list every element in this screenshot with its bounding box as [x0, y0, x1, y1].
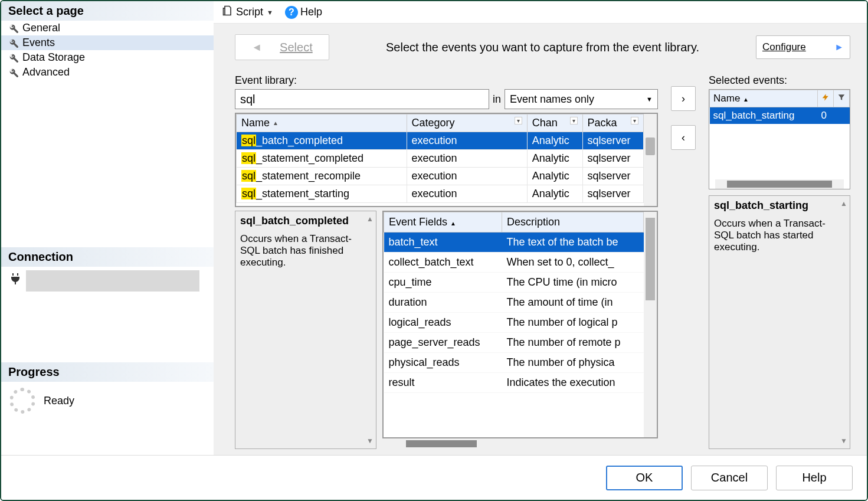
- progress-status: Ready: [44, 395, 74, 407]
- field-row[interactable]: physical_readsThe number of physica: [384, 353, 644, 373]
- event-fields-grid[interactable]: Event Fields ▲ Description batch_textThe…: [382, 211, 658, 438]
- content-toolbar: Script ▼ ? Help: [214, 1, 867, 24]
- script-icon: [222, 5, 234, 19]
- col-channel[interactable]: Chan▾: [527, 114, 582, 132]
- fields-hscrollbar[interactable]: [388, 438, 652, 449]
- instruction-text: Select the events you want to capture fr…: [341, 41, 744, 54]
- sel-desc-title: sql_batch_starting: [714, 199, 845, 212]
- filter-mode-combo[interactable]: Event names only ▼: [505, 89, 658, 109]
- help-button[interactable]: Help: [776, 466, 853, 490]
- wrench-icon: [8, 67, 19, 78]
- field-row[interactable]: page_server_readsThe number of remote p: [384, 333, 644, 353]
- progress-header: Progress: [1, 362, 214, 382]
- fields-vscrollbar[interactable]: [644, 212, 657, 437]
- cancel-button[interactable]: Cancel: [691, 466, 768, 490]
- field-row[interactable]: resultIndicates the execution: [384, 373, 644, 393]
- plug-icon: [8, 271, 22, 288]
- sel-hscrollbar[interactable]: [715, 179, 844, 189]
- col-event-fields[interactable]: Event Fields ▲: [384, 212, 502, 233]
- in-label: in: [493, 93, 501, 106]
- library-row[interactable]: sql_statement_startingexecutionAnalytics…: [237, 185, 644, 203]
- sel-col-filter[interactable]: [834, 90, 850, 107]
- library-row[interactable]: sql_statement_completedexecutionAnalytic…: [237, 150, 644, 168]
- sort-asc-icon: ▲: [273, 120, 279, 126]
- col-name[interactable]: Name ▲: [237, 114, 407, 132]
- sort-asc-icon: ▲: [450, 220, 456, 227]
- wrench-icon: [8, 53, 19, 63]
- chevron-down-icon: ▼: [646, 96, 653, 103]
- col-category[interactable]: Category▾: [407, 114, 527, 132]
- back-select-button[interactable]: ◄ Select: [235, 34, 329, 60]
- progress-spinner-icon: [9, 388, 35, 414]
- chevron-down-icon: ▼: [267, 9, 273, 16]
- sidebar-item-label: General: [22, 22, 60, 34]
- col-package[interactable]: Packa▾: [582, 114, 643, 132]
- sel-col-lightning[interactable]: [818, 90, 834, 107]
- selected-event-description-panel: ▲ sql_batch_starting Occurs when a Trans…: [709, 195, 850, 449]
- configure-button[interactable]: Configure ►: [756, 35, 850, 59]
- grid-vscrollbar[interactable]: [644, 114, 657, 206]
- col-description[interactable]: Description: [502, 212, 644, 233]
- dialog-button-bar: OK Cancel Help: [1, 455, 867, 500]
- content-area: Script ▼ ? Help ◄ Select Select the even…: [214, 1, 867, 455]
- scroll-down-icon[interactable]: ▼: [840, 437, 847, 445]
- script-button[interactable]: Script ▼: [218, 4, 277, 21]
- chevron-down-icon[interactable]: ▾: [515, 117, 522, 125]
- sidebar-item-label: Advanced: [22, 66, 70, 78]
- sidebar-item-advanced[interactable]: Advanced: [1, 65, 214, 80]
- configure-label: Configure: [762, 41, 806, 53]
- field-row[interactable]: batch_textThe text of the batch be: [384, 233, 644, 253]
- library-row[interactable]: sql_batch_completedexecutionAnalyticsqls…: [237, 132, 644, 150]
- scroll-down-icon[interactable]: ▼: [366, 437, 374, 445]
- sidebar-item-data-storage[interactable]: Data Storage: [1, 50, 214, 65]
- field-row[interactable]: durationThe amount of time (in: [384, 293, 644, 313]
- event-desc-text: Occurs when a Transact-SQL batch has fin…: [240, 233, 371, 268]
- event-desc-title: sql_batch_completed: [240, 215, 371, 227]
- sidebar-item-label: Events: [22, 37, 55, 49]
- help-button[interactable]: ? Help: [281, 5, 326, 20]
- sidebar-header: Select a page: [1, 1, 214, 21]
- selected-events-grid[interactable]: Name ▲ sql_batch_starting0: [709, 89, 850, 189]
- event-library-grid[interactable]: Name ▲ Category▾ Chan▾ Packa▾ sql_batch_…: [235, 113, 658, 207]
- connection-header: Connection: [1, 247, 214, 267]
- lightning-icon: [821, 93, 830, 104]
- selected-row[interactable]: sql_batch_starting0: [710, 107, 850, 125]
- sel-col-name[interactable]: Name ▲: [710, 90, 818, 107]
- sidebar-item-label: Data Storage: [22, 51, 85, 64]
- library-row[interactable]: sql_statement_recompileexecutionAnalytic…: [237, 168, 644, 185]
- sidebar: Select a page GeneralEventsData StorageA…: [1, 1, 214, 455]
- chevron-right-icon: ►: [834, 42, 844, 53]
- chevron-down-icon[interactable]: ▾: [631, 117, 638, 125]
- scroll-up-icon[interactable]: ▲: [840, 199, 847, 208]
- sel-desc-text: Occurs when a Transact-SQL batch has sta…: [714, 218, 845, 253]
- field-row[interactable]: collect_batch_textWhen set to 0, collect…: [384, 253, 644, 273]
- ok-button[interactable]: OK: [606, 466, 683, 490]
- event-description-panel: ▲ sql_batch_completed Occurs when a Tran…: [235, 211, 376, 449]
- back-select-label: Select: [280, 41, 313, 54]
- event-library-label: Event library:: [235, 74, 658, 87]
- field-row[interactable]: logical_readsThe number of logical p: [384, 313, 644, 333]
- remove-event-button[interactable]: ‹: [671, 125, 696, 150]
- help-label: Help: [300, 6, 322, 18]
- add-event-button[interactable]: ›: [671, 86, 696, 111]
- sidebar-item-general[interactable]: General: [1, 21, 214, 35]
- chevron-left-icon: ◄: [251, 41, 262, 54]
- chevron-down-icon[interactable]: ▾: [570, 117, 578, 125]
- chevron-right-icon: ›: [682, 93, 685, 105]
- help-icon: ?: [285, 6, 298, 19]
- field-row[interactable]: cpu_timeThe CPU time (in micro: [384, 273, 644, 293]
- sidebar-item-events[interactable]: Events: [1, 35, 214, 50]
- event-library-search-input[interactable]: [235, 89, 489, 109]
- script-label: Script: [236, 6, 263, 18]
- wrench-icon: [8, 23, 19, 34]
- scroll-up-icon[interactable]: ▲: [366, 215, 374, 223]
- selected-events-label: Selected events:: [709, 74, 850, 87]
- wrench-icon: [8, 38, 19, 48]
- chevron-left-icon: ‹: [682, 132, 685, 144]
- filter-mode-value: Event names only: [510, 93, 594, 106]
- sort-asc-icon: ▲: [743, 96, 749, 103]
- filter-icon: [837, 93, 846, 104]
- connection-box: [26, 270, 199, 292]
